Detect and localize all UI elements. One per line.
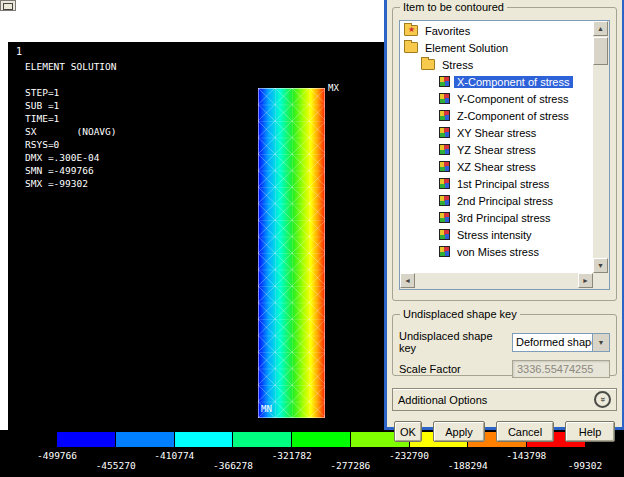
min-marker-label: MN <box>261 404 272 414</box>
legend-value: -188294 <box>448 460 488 471</box>
graphics-info-line: SUB =1 <box>25 99 117 112</box>
ok-button[interactable]: OK <box>394 421 422 442</box>
cancel-button[interactable]: Cancel <box>496 421 554 442</box>
graphics-info-line: TIME=1 <box>25 112 117 125</box>
tree-item-label: XZ Shear stress <box>454 161 539 173</box>
tree-item-label: Stress <box>439 59 476 71</box>
tree-item-label: Stress intensity <box>454 229 535 241</box>
scrollbar-thumb[interactable] <box>593 37 608 65</box>
stress-cube-icon <box>439 161 450 172</box>
window-fragment-icon <box>3 3 13 10</box>
max-marker-label: MX <box>328 83 339 93</box>
scale-factor-label: Scale Factor <box>399 363 461 375</box>
graphics-info-line: SMX =-99302 <box>25 177 117 190</box>
legend-value: -232790 <box>389 450 429 461</box>
stress-cube-icon <box>439 144 450 155</box>
legend-segment <box>292 432 350 447</box>
graphics-info-line: ELEMENT SOLUTION <box>25 60 117 73</box>
tree-item[interactable]: von Mises stress <box>400 243 593 260</box>
additional-options-label: Additional Options <box>398 394 487 406</box>
scrollbar-corner <box>593 273 609 289</box>
folder-icon <box>421 59 435 70</box>
tree-item-label: Favorites <box>422 25 473 37</box>
tree-item[interactable]: Y-Component of stress <box>400 90 593 107</box>
tree-item-label: Z-Component of stress <box>454 110 572 122</box>
tree-item[interactable]: Stress intensity <box>400 226 593 243</box>
tree-item[interactable]: Favorites <box>400 22 593 39</box>
scroll-left-button[interactable]: ◄ <box>400 273 415 288</box>
legend-value: -99302 <box>568 460 602 471</box>
scroll-up-button[interactable]: ▲ <box>593 21 608 36</box>
stress-cube-icon <box>439 195 450 206</box>
app-root: 1 ELEMENT SOLUTION STEP=1SUB =1TIME=1SX … <box>0 0 624 477</box>
stress-cube-icon <box>439 178 450 189</box>
stress-cube-icon <box>439 229 450 240</box>
tree-item-label: XY Shear stress <box>454 127 539 139</box>
tree-item[interactable]: 2nd Principal stress <box>400 192 593 209</box>
apply-button[interactable]: Apply <box>433 421 485 442</box>
tree-item-label: YZ Shear stress <box>454 144 539 156</box>
tree-item[interactable]: 1st Principal stress <box>400 175 593 192</box>
tree-horizontal-scrollbar[interactable]: ◄ ► <box>400 273 593 289</box>
item-group: Item to be contoured FavoritesElement So… <box>392 7 617 301</box>
legend-segment <box>233 432 291 447</box>
tree-item[interactable]: XZ Shear stress <box>400 158 593 175</box>
legend-value: -410774 <box>154 450 194 461</box>
stress-cube-icon <box>439 110 450 121</box>
tree-item-label: 2nd Principal stress <box>454 195 556 207</box>
legend-value: -366278 <box>213 460 253 471</box>
legend-segment <box>175 432 233 447</box>
legend-value: -277286 <box>330 460 370 471</box>
stress-cube-icon <box>439 93 450 104</box>
scroll-right-button[interactable]: ► <box>578 273 593 288</box>
tree-item[interactable]: Z-Component of stress <box>400 107 593 124</box>
down-arrow-icon: ▼ <box>597 262 604 269</box>
scroll-down-button[interactable]: ▼ <box>593 258 608 273</box>
graphics-info: ELEMENT SOLUTION STEP=1SUB =1TIME=1SX (N… <box>25 60 117 190</box>
help-button[interactable]: Help <box>565 421 615 442</box>
graphics-info-line: SMN =-499766 <box>25 164 117 177</box>
legend-value: -321782 <box>272 450 312 461</box>
canvas-bottom-strip <box>0 430 8 477</box>
tree-item-label: Element Solution <box>422 42 511 54</box>
tree-vertical-scrollbar[interactable]: ▲ ▼ <box>593 21 609 273</box>
graphics-info-line: DMX =.300E-04 <box>25 151 117 164</box>
tree-item[interactable]: X-Component of stress <box>400 73 593 90</box>
dialog-buttons: OK Apply Cancel Help <box>392 421 617 442</box>
tree-list: FavoritesElement SolutionStressX-Compone… <box>400 22 593 273</box>
mesh-overlay-icon <box>258 88 325 418</box>
shape-group-title: Undisplaced shape key <box>400 308 520 320</box>
contour-model <box>258 88 325 418</box>
stress-cube-icon <box>439 127 450 138</box>
tree-item-label: Y-Component of stress <box>454 93 571 105</box>
legend-value: -455270 <box>96 460 136 471</box>
tree-item[interactable]: Stress <box>400 56 593 73</box>
tree-item[interactable]: 3rd Principal stress <box>400 209 593 226</box>
stress-cube-icon <box>439 212 450 223</box>
tree-item-label: 3rd Principal stress <box>454 212 554 224</box>
tree-item[interactable]: YZ Shear stress <box>400 141 593 158</box>
graphics-info-line <box>25 73 117 86</box>
stress-cube-icon <box>439 76 450 87</box>
graphics-info-line: SX (NOAVG) <box>25 125 117 138</box>
stress-cube-icon <box>439 246 450 257</box>
tree-item[interactable]: XY Shear stress <box>400 124 593 141</box>
legend-value: -143798 <box>506 450 546 461</box>
tree-item-label: 1st Principal stress <box>454 178 552 190</box>
tree-item-label: X-Component of stress <box>454 76 573 88</box>
contour-dialog: Item to be contoured FavoritesElement So… <box>384 0 624 430</box>
legend-segment <box>57 432 115 447</box>
double-chevron-down-icon: » <box>594 391 611 408</box>
tree-item-label: von Mises stress <box>454 246 542 258</box>
tree-box: FavoritesElement SolutionStressX-Compone… <box>399 20 610 290</box>
graphics-info-line: STEP=1 <box>25 86 117 99</box>
combobox-dropdown-button[interactable]: ▼ <box>592 334 609 351</box>
tree-item[interactable]: Element Solution <box>400 39 593 56</box>
additional-options-expander[interactable]: Additional Options » <box>392 388 617 411</box>
graphics-info-line: RSYS=0 <box>25 138 117 151</box>
shape-group: Undisplaced shape key Undisplaced shape … <box>392 314 617 376</box>
combobox-value: Deformed shape or <box>513 336 592 348</box>
undisplaced-shape-combobox[interactable]: Deformed shape or ▼ <box>512 333 610 352</box>
legend-values: -499766-455270-410774-366278-321782-2772… <box>57 448 585 474</box>
window-fragment <box>0 0 16 11</box>
